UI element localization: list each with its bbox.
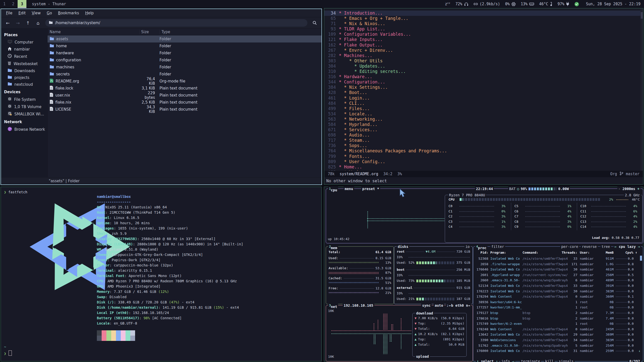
- workspace-1[interactable]: 1: [0, 0, 9, 8]
- org-heading-line[interactable]: 93* TLDR App List...: [324, 26, 643, 32]
- org-heading-line[interactable]: 461 * Login...: [324, 96, 643, 101]
- proc-signals-button[interactable]: signals: [558, 359, 575, 362]
- forward-button[interactable]: →: [14, 19, 22, 27]
- systemd-status-module[interactable]: [574, 2, 581, 7]
- search-icon[interactable]: [310, 19, 319, 27]
- column-type[interactable]: Type: [159, 30, 321, 34]
- org-heading-line[interactable]: 282* Machines...: [324, 53, 643, 58]
- sidebar-item-1-0-tb-volume[interactable]: 1,0 TB Volume: [1, 103, 47, 110]
- disks-io-toggle[interactable]: io: [464, 244, 471, 249]
- menu-view[interactable]: View: [29, 10, 43, 16]
- org-heading-line[interactable]: 809 * User Config...: [324, 159, 643, 164]
- org-heading-line[interactable]: 65 * Emacs + Org + Tangle...: [324, 16, 643, 21]
- column-name[interactable]: Name: [48, 30, 140, 34]
- file-row-user-nix[interactable]: user.nix229 bytesPlain text document: [48, 92, 321, 99]
- sidebar-item-wastebasket[interactable]: Wastebasket: [1, 60, 47, 67]
- proc-reverse-toggle[interactable]: reverse: [581, 244, 598, 249]
- file-row-assets[interactable]: assetsFolder: [48, 35, 321, 42]
- org-heading-line[interactable]: 109* Configuration Variables...: [324, 32, 643, 37]
- org-heading-line[interactable]: 316* Hardware...: [324, 74, 643, 79]
- org-heading-line[interactable]: 799 * Fonts...: [324, 154, 643, 159]
- proc-sort-selector[interactable]: ← cpu lazy →: [614, 244, 641, 249]
- file-row-configuration[interactable]: configurationFolder: [48, 57, 321, 64]
- org-heading-line[interactable]: 698 * Audio...: [324, 132, 643, 138]
- up-button[interactable]: ↑: [24, 19, 32, 27]
- file-row-license[interactable]: LICENSE34,3 KiBPlain text document: [48, 106, 321, 113]
- org-heading-line[interactable]: 303 * Other Utils: [324, 58, 643, 64]
- proc-box-title[interactable]: 4proc: [475, 244, 488, 250]
- proc-per-core-toggle[interactable]: per-core: [560, 244, 579, 249]
- cpu-module[interactable]: 0%: [505, 2, 516, 6]
- menu-go[interactable]: Go: [44, 10, 55, 16]
- proc-filter-button[interactable]: filter: [490, 244, 505, 249]
- column-size[interactable]: Size: [140, 30, 159, 34]
- org-heading-line[interactable]: 764 * Miscellaneous Packages and Program…: [324, 148, 643, 154]
- update-interval-control[interactable]: - 2000ms +: [617, 186, 640, 191]
- proc-terminate-button[interactable]: terminate: [520, 359, 541, 362]
- org-heading-line[interactable]: 717 * Steam...: [324, 138, 643, 143]
- org-buffer[interactable]: 34* Introduction...65 * Emacs + Org + Ta…: [324, 9, 643, 171]
- memory-module[interactable]: 13%: [521, 2, 534, 6]
- clock-module[interactable]: Sun, 28 Sep 2025 - 22:19: [586, 2, 640, 6]
- network-module[interactable]: (2.9kb/s): [473, 2, 500, 6]
- sidebar-item-browse-network[interactable]: Browse Network: [1, 126, 47, 133]
- file-row-hardware[interactable]: hardwareFolder: [48, 50, 321, 57]
- net-sync-button[interactable]: sync: [421, 303, 432, 308]
- menu-bookmarks[interactable]: Bookmarks: [56, 10, 82, 16]
- sidebar-item-nambiar[interactable]: nambiar: [1, 46, 47, 53]
- scrollbar[interactable]: [640, 9, 643, 171]
- sidebar-item-nextcloud[interactable]: nextcloud: [1, 81, 47, 88]
- org-heading-line[interactable]: 534 * Locale...: [324, 111, 643, 117]
- sidebar-item-projects[interactable]: projects: [1, 74, 47, 81]
- cpu-box-title[interactable]: 1cpu: [328, 186, 338, 193]
- menu-button[interactable]: menu: [344, 186, 354, 191]
- org-heading-line[interactable]: 671 * Services...: [324, 127, 643, 132]
- sidebar-item-downloads[interactable]: Downloads: [1, 67, 47, 74]
- net-interface-switcher[interactable]: ←b eth0 n→: [448, 303, 471, 308]
- org-heading-line[interactable]: 34* Introduction...: [324, 11, 643, 16]
- idle-inhibitor-module[interactable]: zzz: [443, 2, 451, 6]
- menu-edit[interactable]: Edit: [16, 10, 28, 16]
- path-bar[interactable]: /home/nambiar/system/: [45, 19, 307, 27]
- proc-tree-toggle[interactable]: tree: [600, 244, 611, 249]
- sidebar-item-computer[interactable]: Computer: [1, 39, 47, 46]
- disks-box-title[interactable]: disks: [397, 244, 409, 249]
- volume-module[interactable]: 72%: [456, 2, 468, 6]
- proc-scrollbar[interactable]: [640, 256, 642, 261]
- home-button[interactable]: ⌂: [34, 19, 42, 27]
- sidebar-item-recent[interactable]: Recent: [1, 53, 47, 60]
- org-heading-line[interactable]: 499 * Files...: [324, 106, 643, 111]
- sidebar-item-smallbox-wi-[interactable]: SMALLBOX Wi...: [1, 110, 47, 118]
- back-button[interactable]: ←: [4, 19, 12, 27]
- org-heading-line[interactable]: 736 * Sops...: [324, 143, 643, 148]
- preset-button[interactable]: preset *: [361, 186, 380, 191]
- org-heading-line[interactable]: 825* Home...: [324, 164, 643, 170]
- org-heading-line[interactable]: 484 * CLI...: [324, 101, 643, 106]
- net-auto-button[interactable]: auto: [434, 303, 444, 308]
- menu-file[interactable]: File: [4, 10, 15, 16]
- org-heading-line[interactable]: 384 * Nix Settings...: [324, 85, 643, 90]
- battery-module[interactable]: 97%: [557, 2, 569, 6]
- org-heading-line[interactable]: 563 * Networking...: [324, 117, 643, 122]
- org-heading-line[interactable]: 304 * Updates...: [324, 64, 643, 69]
- mem-box-title[interactable]: 2mem: [328, 244, 338, 250]
- org-heading-line[interactable]: 310 * Editing secrets...: [324, 69, 643, 74]
- proc-select-hint[interactable]: ↑ select ↓: [476, 359, 499, 362]
- org-heading-line[interactable]: 71 * Nix & Nixos...: [324, 21, 643, 26]
- shell-prompt[interactable]: ❯: [4, 350, 12, 356]
- terminal-window[interactable]: ❯ fastfetch nambiar@smallbox------------…: [1, 187, 322, 361]
- workspace-3[interactable]: 3: [18, 0, 26, 8]
- file-row-flake-nix[interactable]: flake.nix2,5 KiBPlain text document: [48, 99, 321, 106]
- file-row-readme-org[interactable]: README.org76,4 KiBOrg-mode file: [48, 78, 321, 85]
- org-heading-line[interactable]: 344* Configuration...: [324, 79, 643, 85]
- temperature-module[interactable]: 46°C: [539, 2, 552, 6]
- org-heading-line[interactable]: 855 * Waubar...: [324, 170, 643, 171]
- proc-kill-button[interactable]: kill: [544, 359, 555, 362]
- org-heading-line[interactable]: 267 * Envrc + Direnv...: [324, 48, 643, 53]
- org-heading-line[interactable]: 162* Flake Output...: [324, 42, 643, 48]
- file-row-machines[interactable]: machinesFolder: [48, 64, 321, 71]
- file-row-secrets[interactable]: secretsFolder: [48, 71, 321, 78]
- org-heading-line[interactable]: 121* Flake Inputs...: [324, 37, 643, 42]
- menu-help[interactable]: Help: [83, 10, 96, 16]
- file-row-flake-lock[interactable]: flake.lock3,1 KiBPlain text document: [48, 85, 321, 92]
